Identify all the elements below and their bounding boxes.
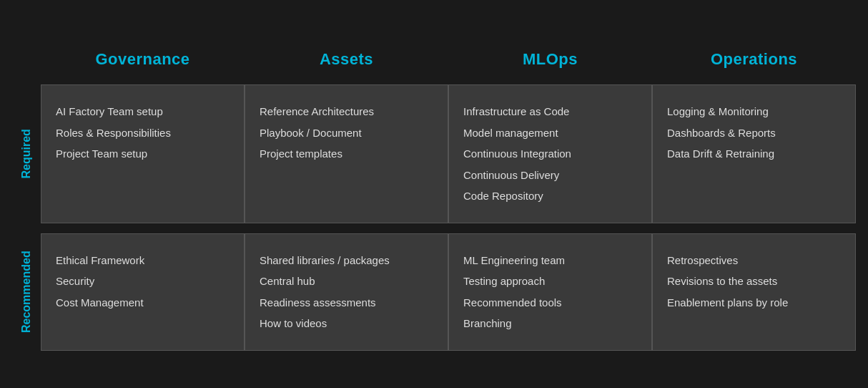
list-item: Data Drift & Retraining bbox=[667, 143, 841, 165]
separator-spacer bbox=[12, 223, 41, 233]
list-item: Branching bbox=[463, 313, 637, 334]
recommended-governance-list: Ethical FrameworkSecurityCost Management bbox=[56, 250, 230, 314]
recommended-mlops-list: ML Engineering teamTesting approachRecom… bbox=[463, 250, 637, 334]
list-item: Project templates bbox=[260, 143, 433, 165]
required-mlops-cell: Infrastructure as CodeModel managementCo… bbox=[448, 84, 652, 223]
list-item: Security bbox=[56, 271, 230, 292]
required-label: Required bbox=[12, 84, 41, 223]
recommended-operations-cell: RetrospectivesRevisions to the assetsEna… bbox=[652, 233, 856, 351]
list-item: Dashboards & Reports bbox=[667, 122, 841, 144]
separator-1 bbox=[41, 223, 245, 233]
list-item: Revisions to the assets bbox=[667, 271, 841, 292]
list-item: Shared libraries / packages bbox=[260, 250, 433, 271]
required-operations-cell: Logging & MonitoringDashboards & Reports… bbox=[652, 84, 856, 223]
header-governance: Governance bbox=[41, 37, 245, 84]
list-item: Infrastructure as Code bbox=[463, 101, 637, 122]
list-item: Continuous Delivery bbox=[463, 165, 637, 186]
required-governance-cell: AI Factory Team setupRoles & Responsibil… bbox=[41, 84, 245, 223]
header-operations: Operations bbox=[652, 37, 856, 84]
list-item: Retrospectives bbox=[667, 250, 841, 271]
header-spacer bbox=[12, 37, 41, 84]
list-item: Model management bbox=[463, 122, 637, 144]
list-item: Playbook / Document bbox=[260, 122, 433, 144]
header-assets: Assets bbox=[245, 37, 448, 84]
recommended-assets-list: Shared libraries / packagesCentral hubRe… bbox=[260, 250, 433, 334]
list-item: Readiness assessments bbox=[260, 292, 433, 314]
separator-2 bbox=[245, 223, 448, 233]
list-item: Recommended tools bbox=[463, 292, 637, 314]
list-item: Code Repository bbox=[463, 185, 637, 207]
list-item: Central hub bbox=[260, 271, 433, 292]
required-mlops-list: Infrastructure as CodeModel managementCo… bbox=[463, 101, 637, 207]
list-item: Cost Management bbox=[56, 292, 230, 314]
required-assets-list: Reference ArchitecturesPlaybook / Docume… bbox=[260, 101, 433, 165]
recommended-operations-list: RetrospectivesRevisions to the assetsEna… bbox=[667, 250, 841, 314]
recommended-label: Recommended bbox=[12, 233, 41, 351]
list-item: Reference Architectures bbox=[260, 101, 433, 122]
required-governance-list: AI Factory Team setupRoles & Responsibil… bbox=[56, 101, 230, 165]
list-item: Testing approach bbox=[463, 271, 637, 292]
separator-4 bbox=[652, 223, 856, 233]
list-item: Continuous Integration bbox=[463, 143, 637, 165]
list-item: Logging & Monitoring bbox=[667, 101, 841, 122]
list-item: Enablement plans by role bbox=[667, 292, 841, 314]
list-item: Ethical Framework bbox=[56, 250, 230, 271]
recommended-assets-cell: Shared libraries / packagesCentral hubRe… bbox=[245, 233, 448, 351]
list-item: AI Factory Team setup bbox=[56, 101, 230, 122]
list-item: Project Team setup bbox=[56, 143, 230, 165]
recommended-governance-cell: Ethical FrameworkSecurityCost Management bbox=[41, 233, 245, 351]
list-item: Roles & Responsibilities bbox=[56, 122, 230, 144]
required-assets-cell: Reference ArchitecturesPlaybook / Docume… bbox=[245, 84, 448, 223]
recommended-mlops-cell: ML Engineering teamTesting approachRecom… bbox=[448, 233, 652, 351]
separator-3 bbox=[448, 223, 652, 233]
list-item: How to videos bbox=[260, 313, 433, 334]
required-operations-list: Logging & MonitoringDashboards & Reports… bbox=[667, 101, 841, 165]
list-item: ML Engineering team bbox=[463, 250, 637, 271]
header-mlops: MLOps bbox=[448, 37, 652, 84]
main-table: Governance Assets MLOps Operations Requi… bbox=[12, 37, 856, 351]
